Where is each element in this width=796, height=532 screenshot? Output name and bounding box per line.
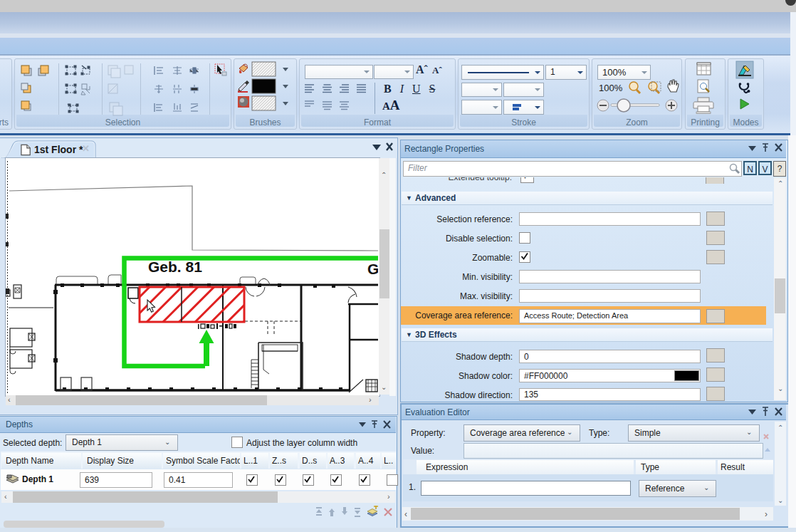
svg-text:Geb. 81: Geb. 81 xyxy=(148,259,202,275)
